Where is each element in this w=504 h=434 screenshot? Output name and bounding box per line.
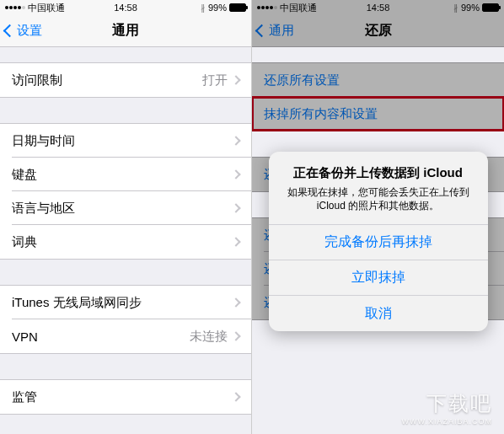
status-time: 14:58 [114,3,137,13]
chevron-right-icon [231,297,240,307]
back-button[interactable]: 通用 [257,23,294,39]
left-content: 访问限制打开日期与时间键盘语言与地区词典iTunes 无线局域网同步VPN未连接… [0,47,251,434]
signal-dots [5,6,25,9]
screen-general: 中国联通 14:58 ∦ 99% 设置 通用 访问限制打开日期与时间键盘语言与地… [0,0,252,434]
watermark: 下载吧 WWW.XIAZAIBA.COM [402,390,493,426]
nav-bar: 设置 通用 [0,15,251,47]
list-item[interactable]: 日期与时间 [0,124,251,158]
status-time: 14:58 [367,3,390,13]
list-item[interactable]: 监管 [0,380,251,414]
chevron-right-icon [231,331,240,340]
signal-dots [257,6,277,9]
battery-icon [229,3,246,12]
nav-title: 通用 [112,22,139,40]
battery-percent: 99% [208,3,227,13]
list-group: 日期与时间键盘语言与地区词典 [0,123,251,260]
list-group: 访问限制打开 [0,62,251,98]
carrier-label: 中国联通 [280,2,317,14]
alert-button-erase-now[interactable]: 立即抹掉 [269,260,488,296]
list-item-label: iTunes 无线局域网同步 [12,295,233,311]
list-item-value: 未连接 [190,329,228,345]
alert-title: 正在备份并上传数据到 iCloud [281,165,476,181]
list-item[interactable]: 词典 [0,225,251,259]
chevron-right-icon [231,203,240,212]
list-item[interactable]: VPN未连接 [0,319,251,353]
watermark-text: 下载吧 [402,390,493,417]
list-group: 还原所有设置抹掉所有内容和设置 [252,62,504,131]
list-item[interactable]: 键盘 [0,158,251,191]
alert-button-finish-backup[interactable]: 完成备份后再抹掉 [269,225,488,260]
list-item[interactable]: 访问限制打开 [0,63,251,97]
list-item-label: 词典 [12,234,233,250]
list-item[interactable]: 语言与地区 [0,191,251,225]
chevron-left-icon [3,24,17,38]
list-item-value: 打开 [202,72,228,88]
status-bar: 中国联通 14:58 ∦ 99% [252,0,504,15]
list-item-label: 监管 [12,389,233,405]
list-item-label: 还原所有设置 [264,72,492,88]
bluetooth-icon: ∦ [453,3,458,13]
back-label: 设置 [17,23,42,39]
carrier-label: 中国联通 [28,2,65,14]
battery-icon [482,3,499,12]
chevron-right-icon [231,169,240,179]
chevron-right-icon [231,75,240,84]
list-item-label: 访问限制 [12,72,202,88]
bluetooth-icon: ∦ [201,3,206,13]
status-bar: 中国联通 14:58 ∦ 99% [0,0,251,15]
nav-title: 还原 [365,22,392,40]
back-button[interactable]: 设置 [5,23,42,39]
chevron-right-icon [231,237,240,246]
watermark-url: WWW.XIAZAIBA.COM [402,417,493,426]
list-item-label: 语言与地区 [12,201,233,217]
nav-bar: 通用 还原 [252,15,504,47]
chevron-left-icon [255,24,269,38]
list-item-label: 键盘 [12,167,233,183]
alert-button-cancel[interactable]: 取消 [269,296,488,331]
list-item-label: 抹掉所有内容和设置 [264,106,492,122]
alert-dialog: 正在备份并上传数据到 iCloud 如果现在抹掉，您可能会丢失正在上传到 iCl… [269,152,488,331]
list-item[interactable]: 还原所有设置 [252,63,504,97]
alert-message: 如果现在抹掉，您可能会丢失正在上传到 iCloud 的照片和其他数据。 [281,185,476,212]
list-item[interactable]: iTunes 无线局域网同步 [0,286,251,319]
chevron-right-icon [231,136,240,145]
screen-reset: 中国联通 14:58 ∦ 99% 通用 还原 还原所有设置抹掉所有内容和设置还原… [252,0,504,434]
chevron-right-icon [231,392,240,401]
list-group: iTunes 无线局域网同步VPN未连接 [0,285,251,354]
back-label: 通用 [269,23,294,39]
list-item-label: 日期与时间 [12,133,233,149]
list-group: 监管 [0,379,251,415]
list-item[interactable]: 抹掉所有内容和设置 [252,97,504,131]
battery-percent: 99% [461,3,480,13]
list-item-label: VPN [12,330,190,344]
